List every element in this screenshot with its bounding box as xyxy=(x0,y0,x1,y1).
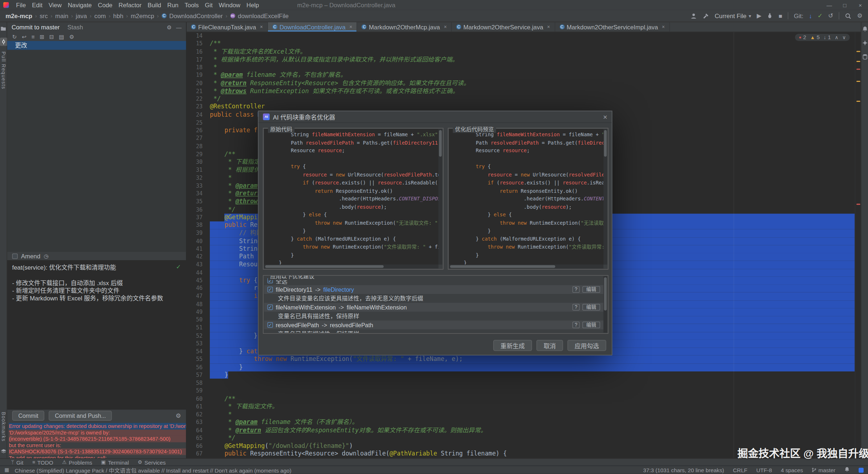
view-options-gear-icon[interactable]: ⚙ xyxy=(69,33,74,40)
help-button[interactable]: ? xyxy=(572,286,580,293)
prev-problem-icon[interactable]: ∧ xyxy=(835,34,838,40)
cancel-button[interactable]: 取消 xyxy=(536,340,563,351)
tab-commit-to-master[interactable]: Commit to master xyxy=(12,24,60,30)
menu-help[interactable]: Help xyxy=(244,2,262,8)
stripe-bookmarks[interactable]: Bookmarks xyxy=(1,412,6,442)
edit-button[interactable]: 编辑 xyxy=(582,304,600,311)
rename-to[interactable]: fileDirectory xyxy=(323,286,354,293)
indent-style[interactable]: 4 spaces xyxy=(781,467,803,473)
toolwindow-switcher-icon[interactable]: ▦ xyxy=(4,467,9,473)
next-problem-icon[interactable]: ∨ xyxy=(842,34,846,40)
caret-position[interactable]: 37:3 (1031 chars, 20 line breaks) xyxy=(643,467,724,473)
stripe-pull-requests[interactable]: Pull Requests xyxy=(1,51,6,90)
tab-stash[interactable]: Stash xyxy=(67,24,83,30)
horizontal-scrollbar[interactable] xyxy=(449,265,603,269)
breadcrumb-item[interactable]: main xyxy=(55,12,68,19)
menu-refactor[interactable]: Refactor xyxy=(116,2,144,8)
error-stripe-mark[interactable] xyxy=(856,68,860,70)
collapse-all-icon[interactable]: ⊟ xyxy=(49,33,54,40)
run-configuration-select[interactable]: Current File ▾ xyxy=(715,12,751,19)
editor-tab[interactable]: CMarkdown2OtherMcp.java× xyxy=(357,22,452,32)
notifications-bell-icon[interactable] xyxy=(861,25,868,33)
apply-selected-button[interactable]: 应用勾选 xyxy=(568,340,606,351)
status-message[interactable]: Chinese (Simplified) Language Pack / 中文语… xyxy=(15,466,292,474)
commit-options-gear-icon[interactable]: ⚙ xyxy=(167,24,172,30)
hide-toolwindow-icon[interactable]: — xyxy=(176,24,182,30)
tab-close-icon[interactable]: × xyxy=(260,24,263,29)
suggestion-item[interactable]: ✓resolvedFilePath->resolvedFilePath?编辑 xyxy=(264,320,603,329)
commit-button[interactable]: Commit xyxy=(12,411,45,420)
inspections-widget[interactable]: ●2 ▲5 ↓1 ∧ ∨ xyxy=(795,34,850,41)
changes-tree[interactable]: 更改 xyxy=(7,41,186,252)
suggestion-item[interactable]: ✓fileNameWithExtension->fileNameWithExte… xyxy=(264,303,603,312)
tab-close-icon[interactable]: × xyxy=(662,24,665,29)
scrollbar-thumb[interactable] xyxy=(604,130,607,157)
stop-button[interactable]: ■ xyxy=(778,12,782,19)
menu-git[interactable]: Git xyxy=(202,2,216,8)
menu-navigate[interactable]: Navigate xyxy=(65,2,95,8)
ide-notification-badge[interactable] xyxy=(859,467,864,473)
scrollbar-thumb[interactable] xyxy=(604,277,607,311)
warning-stripe-mark[interactable] xyxy=(856,51,860,52)
git-update-button[interactable]: ↓ xyxy=(809,12,812,19)
editor-tab[interactable]: CFileCleanupTask.java× xyxy=(187,22,268,32)
scrollbar-thumb[interactable] xyxy=(450,265,555,268)
refresh-icon[interactable]: ↻ xyxy=(12,33,17,40)
debug-button[interactable] xyxy=(767,13,773,19)
warning-stripe-mark[interactable] xyxy=(856,101,860,102)
editor-tab[interactable]: CMarkdown2OtherServiceImpl.java× xyxy=(555,22,670,32)
breadcrumb-item[interactable]: java xyxy=(76,12,87,19)
rollback-icon[interactable]: ↩ xyxy=(22,33,26,40)
commit-and-push-button[interactable]: Commit and Push... xyxy=(49,411,112,420)
breadcrumb-item[interactable]: src xyxy=(40,12,47,19)
scrollbar-thumb[interactable] xyxy=(265,265,384,268)
amend-checkbox[interactable] xyxy=(12,253,18,259)
menu-code[interactable]: Code xyxy=(95,2,115,8)
scrollbar-thumb[interactable] xyxy=(439,130,442,157)
dialog-close-icon[interactable]: × xyxy=(603,113,607,121)
original-code-view[interactable]: String fileNameWithExtension = fileName … xyxy=(264,129,439,265)
help-button[interactable]: ? xyxy=(572,321,580,328)
expand-all-icon[interactable]: ⊞ xyxy=(40,33,44,40)
breadcrumb-item[interactable]: hbh xyxy=(113,12,123,19)
settings-gear-icon[interactable]: ⚙ xyxy=(857,12,863,20)
toolwindow-todo[interactable]: ≡TODO xyxy=(32,459,53,465)
toolwindow-git[interactable]: ᛘGit xyxy=(11,459,24,465)
menu-tools[interactable]: Tools xyxy=(182,2,202,8)
commit-settings-gear-icon[interactable]: ⚙ xyxy=(175,412,181,419)
toolwindow-terminal[interactable]: ▣Terminal xyxy=(101,459,129,465)
menu-edit[interactable]: Edit xyxy=(29,2,45,8)
warning-stripe-mark[interactable] xyxy=(856,81,860,82)
menu-view[interactable]: View xyxy=(46,2,64,8)
vertical-scrollbar[interactable] xyxy=(439,129,443,265)
vertical-scrollbar[interactable] xyxy=(603,276,607,333)
menu-window[interactable]: Window xyxy=(216,2,243,8)
git-branch-widget[interactable]: master xyxy=(812,467,835,473)
toolwindow-problems[interactable]: ⚠Problems xyxy=(62,459,92,465)
edit-button[interactable]: 编辑 xyxy=(582,321,600,328)
database-toolwindow-icon[interactable] xyxy=(861,53,868,61)
user-avatar-icon[interactable] xyxy=(690,12,697,19)
tab-close-icon[interactable]: × xyxy=(349,24,352,29)
suggestion-checkbox[interactable]: ✓ xyxy=(267,304,273,310)
build-hammer-icon[interactable] xyxy=(702,12,709,19)
commit-toolwindow-icon[interactable] xyxy=(0,38,7,46)
project-toolwindow-icon[interactable] xyxy=(0,25,7,32)
optimized-code-view[interactable]: String fileNameWithExtension = fileName … xyxy=(449,129,603,265)
regenerate-button[interactable]: 重新生成 xyxy=(493,340,532,351)
tab-close-icon[interactable]: × xyxy=(547,24,550,29)
breadcrumb-item[interactable]: downloadExcelFile xyxy=(238,12,288,19)
breadcrumb-item[interactable]: com xyxy=(94,12,106,19)
notifications-icon[interactable] xyxy=(844,467,850,473)
suggestion-checkbox[interactable]: ✓ xyxy=(267,287,273,292)
group-by-icon[interactable]: ▤ xyxy=(59,33,64,40)
edit-button[interactable]: 编辑 xyxy=(582,286,600,293)
tab-close-icon[interactable]: × xyxy=(444,24,447,29)
menu-build[interactable]: Build xyxy=(145,2,164,8)
menu-file[interactable]: File xyxy=(13,2,29,8)
editor-tab[interactable]: CMarkdown2OtherService.java× xyxy=(452,22,555,32)
suggestion-checkbox[interactable]: ✓ xyxy=(267,322,273,328)
editor-scrollbar[interactable] xyxy=(855,32,861,458)
vertical-scrollbar[interactable] xyxy=(603,129,607,265)
toolwindow-services[interactable]: ⚙Services xyxy=(138,459,166,465)
